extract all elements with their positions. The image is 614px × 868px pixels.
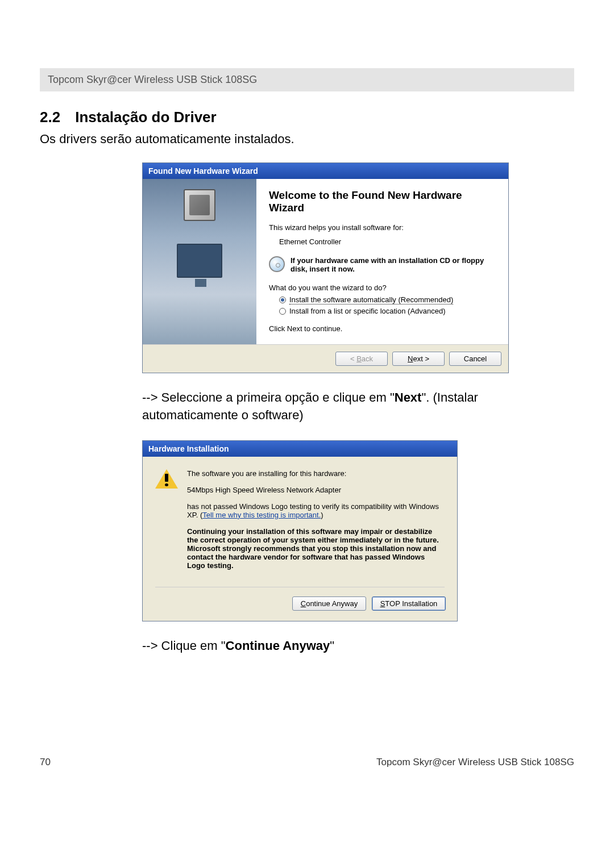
instruction-select-next: --> Seleccione a primeira opção e clique… <box>142 389 574 424</box>
hi-line2: 54Mbps High Speed Wireless Network Adapt… <box>187 486 445 494</box>
wizard-device-name: Ethernet Controller <box>279 237 496 246</box>
wizard-question: What do you want the wizard to do? <box>269 283 496 292</box>
wizard-cd-text: If your hardware came with an installati… <box>291 256 496 273</box>
radio-specific-location-label: Install from a list or specific location… <box>289 307 446 315</box>
intro-text: Os drivers serão automaticamente instala… <box>40 132 574 147</box>
next-button[interactable]: Next > <box>392 352 445 366</box>
radio-specific-location[interactable] <box>279 308 286 315</box>
section-title: Instalação do Driver <box>75 108 217 126</box>
hi-tell-me-why-link[interactable]: Tell me why this testing is important. <box>202 511 321 519</box>
monitor-icon <box>177 244 222 278</box>
wizard-click-next: Click Next to continue. <box>269 324 496 333</box>
hi-warning-bold: Continuing your installation of this sof… <box>187 527 445 570</box>
hi-line3: has not passed Windows Logo testing to v… <box>187 502 445 519</box>
page-number: 70 <box>40 757 51 768</box>
found-new-hardware-dialog: Found New Hardware Wizard Welcome to the… <box>142 162 509 373</box>
hardware-installation-dialog: Hardware Installation The software you a… <box>142 440 458 621</box>
stop-installation-button[interactable]: STOP Installation <box>372 596 446 611</box>
warning-icon <box>155 469 178 490</box>
wizard-heading: Welcome to the Found New Hardware Wizard <box>269 189 496 214</box>
hi-line1: The software you are installing for this… <box>187 469 445 478</box>
instruction-continue-anyway: --> Clique em "Continue Anyway" <box>142 637 574 655</box>
section-number: 2.2 <box>40 108 60 126</box>
footer-product: Topcom Skyr@cer Wireless USB Stick 108SG <box>376 757 574 768</box>
wizard-side-graphic <box>143 179 256 344</box>
hi-titlebar: Hardware Installation <box>143 441 457 457</box>
back-button: < Back <box>335 352 388 366</box>
cancel-button[interactable]: Cancel <box>449 352 501 366</box>
section-heading: 2.2Instalação do Driver <box>40 108 574 126</box>
cd-icon <box>269 256 285 272</box>
continue-anyway-button[interactable]: Continue Anyway <box>292 596 366 611</box>
radio-auto-install-label: Install the software automatically (Reco… <box>289 295 453 304</box>
dialog-titlebar: Found New Hardware Wizard <box>143 163 508 179</box>
radio-auto-install[interactable] <box>279 297 286 303</box>
wizard-help-line: This wizard helps you install software f… <box>269 223 496 232</box>
device-icon <box>184 189 215 221</box>
document-header: Topcom Skyr@cer Wireless USB Stick 108SG <box>40 68 574 91</box>
